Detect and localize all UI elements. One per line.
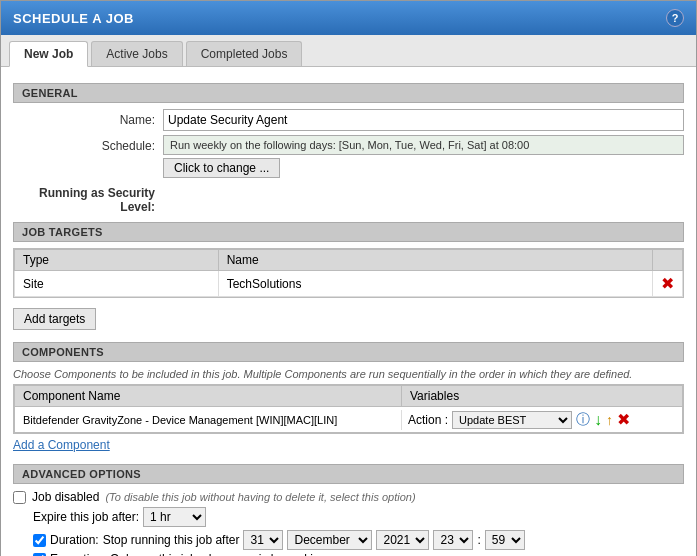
name-label: Name: bbox=[13, 109, 163, 127]
window-title: SCHEDULE A JOB bbox=[13, 11, 134, 26]
target-name: TechSolutions bbox=[218, 271, 652, 297]
tab-bar: New Job Active Jobs Completed Jobs bbox=[1, 35, 696, 67]
action-label: Action : bbox=[408, 413, 448, 427]
name-row: Name: bbox=[13, 109, 684, 131]
security-level-row: Running as Security Level: bbox=[13, 182, 684, 214]
schedule-row: Schedule: Run weekly on the following da… bbox=[13, 135, 684, 178]
target-type: Site bbox=[15, 271, 219, 297]
expire-select[interactable]: 30 min1 hr2 hr4 hr8 hrNever bbox=[143, 507, 206, 527]
duration-checkbox[interactable] bbox=[33, 534, 46, 547]
duration-hour-select[interactable]: 01234567891011121314151617181920212223 bbox=[433, 530, 473, 550]
help-button[interactable]: ? bbox=[666, 9, 684, 27]
components-table-header: Component Name Variables bbox=[14, 385, 683, 406]
running-label: Running as Security Level: bbox=[13, 182, 163, 214]
schedule-info: Run weekly on the following days: [Sun, … bbox=[163, 135, 684, 155]
duration-minute-select[interactable]: 0123456789101112131415161718192021222324… bbox=[485, 530, 525, 550]
duration-month-select[interactable]: JanuaryFebruaryMarchAprilMayJuneJulyAugu… bbox=[287, 530, 372, 550]
schedule-job-window: SCHEDULE A JOB ? New Job Active Jobs Com… bbox=[0, 0, 697, 556]
name-input[interactable] bbox=[163, 109, 684, 131]
components-description: Choose Components to be included in this… bbox=[13, 368, 684, 380]
job-disabled-row: Job disabled (To disable this job withou… bbox=[13, 490, 684, 504]
duration-label: Duration: bbox=[50, 533, 99, 547]
add-targets-button[interactable]: Add targets bbox=[13, 308, 96, 330]
main-content: GENERAL Name: Schedule: Run weekly on th… bbox=[1, 67, 696, 556]
expire-row: Expire this job after: 30 min1 hr2 hr4 h… bbox=[33, 507, 684, 527]
duration-day-select[interactable]: 1234567891011121314151617181920212223242… bbox=[243, 530, 283, 550]
execution-text: Only run this job when user is logged in bbox=[110, 552, 319, 556]
comp-col-name: Component Name bbox=[15, 386, 402, 406]
expire-label: Expire this job after: bbox=[33, 510, 139, 524]
info-icon[interactable]: ⓘ bbox=[576, 411, 590, 429]
job-disabled-label: Job disabled bbox=[32, 490, 99, 504]
tab-completed-jobs[interactable]: Completed Jobs bbox=[186, 41, 303, 66]
name-field-container bbox=[163, 109, 684, 131]
advanced-section: Job disabled (To disable this job withou… bbox=[13, 490, 684, 556]
col-name-header: Name bbox=[218, 250, 652, 271]
execution-label: Execution: bbox=[50, 552, 106, 556]
move-down-icon[interactable]: ↑ bbox=[606, 412, 613, 428]
table-row: SiteTechSolutions✖ bbox=[15, 271, 683, 297]
tab-new-job[interactable]: New Job bbox=[9, 41, 88, 67]
job-disabled-checkbox[interactable] bbox=[13, 491, 26, 504]
general-section-header: GENERAL bbox=[13, 83, 684, 103]
component-variables: Action : Update BESTInstall BESTUninstal… bbox=[402, 407, 682, 432]
job-targets-section-header: JOB TARGETS bbox=[13, 222, 684, 242]
col-actions-header bbox=[653, 250, 683, 271]
schedule-control: Run weekly on the following days: [Sun, … bbox=[163, 135, 684, 178]
title-bar: SCHEDULE A JOB ? bbox=[1, 1, 696, 35]
targets-table: Type Name SiteTechSolutions✖ bbox=[14, 249, 683, 297]
execution-checkbox[interactable] bbox=[33, 553, 46, 557]
schedule-label: Schedule: bbox=[13, 135, 163, 153]
components-section-header: COMPONENTS bbox=[13, 342, 684, 362]
tab-active-jobs[interactable]: Active Jobs bbox=[91, 41, 182, 66]
duration-row: Duration: Stop running this job after 12… bbox=[33, 530, 684, 550]
move-up-icon[interactable]: ↓ bbox=[594, 411, 602, 429]
job-disabled-hint: (To disable this job without having to d… bbox=[105, 491, 415, 503]
targets-table-container: Type Name SiteTechSolutions✖ bbox=[13, 248, 684, 298]
duration-year-select[interactable]: 2020202120222023 bbox=[376, 530, 429, 550]
advanced-section-header: ADVANCED OPTIONS bbox=[13, 464, 684, 484]
duration-stop-text: Stop running this job after bbox=[103, 533, 240, 547]
delete-target-icon[interactable]: ✖ bbox=[653, 271, 683, 297]
comp-col-vars: Variables bbox=[402, 386, 682, 406]
add-component-link[interactable]: Add a Component bbox=[13, 438, 110, 452]
action-select[interactable]: Update BESTInstall BESTUninstall BESTRec… bbox=[452, 411, 572, 429]
time-separator: : bbox=[477, 533, 480, 547]
change-schedule-button[interactable]: Click to change ... bbox=[163, 158, 280, 178]
execution-row: Execution: Only run this job when user i… bbox=[33, 552, 684, 556]
component-row: Bitdefender GravityZone - Device Managem… bbox=[14, 406, 683, 433]
component-name: Bitdefender GravityZone - Device Managem… bbox=[15, 410, 402, 430]
delete-component-icon[interactable]: ✖ bbox=[617, 410, 630, 429]
components-table: Component Name Variables Bitdefender Gra… bbox=[13, 384, 684, 434]
col-type-header: Type bbox=[15, 250, 219, 271]
